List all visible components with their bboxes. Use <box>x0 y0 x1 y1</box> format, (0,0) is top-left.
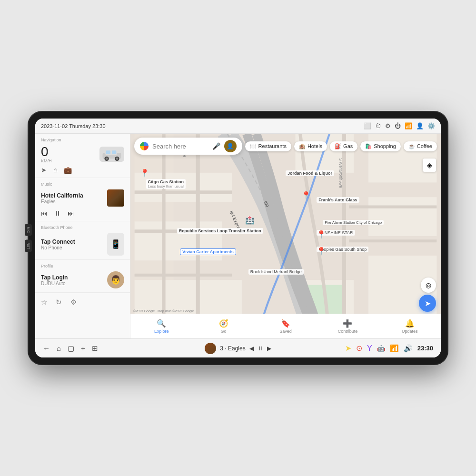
volume-icon[interactable]: 🔊 <box>404 344 413 353</box>
bluetooth-section: Bluetooth Phone Tap Connect No Phone 📱 <box>35 221 130 260</box>
work-nav-btn[interactable]: 💼 <box>64 166 72 174</box>
shopping-icon: 🛍️ <box>365 143 372 149</box>
contribute-label: Contribute <box>338 329 358 334</box>
updates-tab[interactable]: 🔔 Updates <box>379 316 441 337</box>
refresh-btn[interactable]: ↻ <box>56 298 62 307</box>
nav-arrow-icon[interactable]: ➤ <box>345 344 351 353</box>
svg-rect-15 <box>368 197 436 236</box>
window-btn[interactable]: ▢ <box>68 344 74 353</box>
shopping-chip[interactable]: 🛍️ Shopping <box>360 141 401 151</box>
album-art <box>107 189 124 207</box>
nav-section-title: Navigation <box>41 138 124 142</box>
next-track-btn[interactable]: ⏭ <box>68 209 74 217</box>
profile-avatar[interactable]: 👨 <box>107 271 124 288</box>
display-icon[interactable]: ⬜ <box>364 122 371 129</box>
power-icon[interactable]: ⏻ <box>395 122 401 129</box>
next-btn-tb[interactable]: ▶ <box>267 345 271 352</box>
speed-value: 0 <box>41 145 96 159</box>
pause-btn[interactable]: ⏸ <box>54 209 61 217</box>
gas-icon: ⛽ <box>335 143 341 149</box>
search-box[interactable]: Search here 🎤 👤 <box>134 138 242 155</box>
restaurants-icon: 🍽️ <box>250 143 257 149</box>
music-title: Hotel California <box>41 192 103 199</box>
coffee-label: Coffee <box>417 143 432 149</box>
profile-section-title: Profile <box>41 264 124 268</box>
map-copyright: ©2023 Google · Map data ©2023 Google <box>133 309 194 313</box>
favorites-btn[interactable]: ☆ <box>41 298 47 307</box>
svg-rect-3 <box>112 150 116 154</box>
status-bar: 2023-11-02 Thursday 23:30 ⬜ ⏱ ⚙ ⏻ 📶 👤 ⚙️ <box>35 119 441 134</box>
music-section-title: Music <box>41 182 124 187</box>
bt-info: Tap Connect No Phone <box>41 238 103 250</box>
yahoo-icon[interactable]: Y <box>367 344 372 353</box>
shopping-label: Shopping <box>374 143 396 149</box>
hotels-chip[interactable]: 🏨 Hotels <box>294 141 327 151</box>
compass-btn[interactable]: ◎ <box>421 278 436 293</box>
gas-chip[interactable]: ⛽ Gas <box>330 141 357 151</box>
mic-button[interactable]: MIC <box>25 224 32 236</box>
home-nav-btn[interactable]: ⌂ <box>53 166 57 174</box>
music-section: Music Hotel California Eagles ⏮ ⏸ ⏭ <box>35 178 130 221</box>
restaurants-chip[interactable]: 🍽️ Restaurants <box>245 141 291 151</box>
play-btn-tb[interactable]: ⏸ <box>258 345 263 352</box>
taskbar-center: 3 · Eagles ◀ ⏸ ▶ <box>175 343 301 354</box>
home-btn[interactable]: ⌂ <box>57 344 61 352</box>
wifi-icon[interactable]: 📶 <box>405 122 412 129</box>
profile-subtitle: DUDU Auto <box>41 281 103 286</box>
citgo-pin: 📍 <box>140 169 149 178</box>
bt-title: Tap Connect <box>41 238 103 245</box>
bt-subtitle: No Phone <box>41 245 103 250</box>
explore-tab[interactable]: 🔍 Explore <box>130 316 192 337</box>
explore-label: Explore <box>154 329 169 334</box>
pgl-pin: 📍 <box>317 247 326 256</box>
go-label: Go <box>221 329 227 334</box>
wifi-status-icon[interactable]: 📶 <box>390 344 399 353</box>
settings-btn[interactable]: ⚙ <box>70 298 77 307</box>
coffee-chip[interactable]: ☕ Coffee <box>404 141 437 151</box>
music-app-icon[interactable]: ⊙ <box>356 344 362 353</box>
svg-rect-11 <box>135 221 222 260</box>
user-avatar[interactable]: 👤 <box>224 140 237 152</box>
franks-pin: 📍 <box>301 191 311 200</box>
contribute-tab[interactable]: ➕ Contribute <box>317 316 378 337</box>
search-input[interactable]: Search here <box>152 143 208 150</box>
app-grid-btn[interactable]: ⊞ <box>92 344 98 353</box>
settings-circle-icon[interactable]: ⚙ <box>385 122 391 129</box>
add-btn[interactable]: + <box>81 344 85 352</box>
saved-tab[interactable]: 🔖 Saved <box>255 316 317 337</box>
contribute-icon: ➕ <box>343 319 352 328</box>
map-area[interactable]: S Yale Ave S Wentworth Ave I94 Express I… <box>130 134 441 338</box>
profile-widget: Tap Login DUDU Auto 👨 <box>41 271 124 288</box>
search-mic-icon[interactable]: 🎤 <box>212 142 220 150</box>
sidebar: Navigation 0 KM/H <box>35 134 130 338</box>
music-artist: Eagles <box>41 199 103 204</box>
speed-display: 0 KM/H <box>41 145 96 163</box>
music-center: 3 · Eagles ◀ ⏸ ▶ <box>205 343 271 354</box>
google-logo <box>140 142 149 150</box>
profile-name: Tap Login <box>41 274 103 281</box>
gear-icon[interactable]: ⚙️ <box>427 122 435 129</box>
updates-label: Updates <box>402 329 418 334</box>
sidebar-bottom-controls: ☆ ↻ ⚙ <box>35 293 130 311</box>
android-auto-icon[interactable]: 🤖 <box>377 345 385 352</box>
bt-section-title: Bluetooth Phone <box>41 225 124 230</box>
prev-track-btn[interactable]: ⏮ <box>41 209 48 217</box>
taskbar-left: ← ⌂ ▢ + ⊞ <box>43 344 169 353</box>
back-btn[interactable]: ← <box>43 344 50 352</box>
prev-btn-tb[interactable]: ◀ <box>249 345 254 352</box>
saved-icon: 🔖 <box>281 319 290 328</box>
music-avatar-small[interactable] <box>205 343 216 354</box>
rst-button[interactable]: RST <box>25 239 32 252</box>
map-background: S Yale Ave S Wentworth Ave I94 Express I… <box>130 134 441 338</box>
timer-icon[interactable]: ⏱ <box>375 122 381 129</box>
go-tab[interactable]: 🧭 Go <box>192 316 254 337</box>
clock-display: 23:30 <box>417 345 433 352</box>
locate-btn[interactable]: ➤ <box>419 295 436 312</box>
account-icon[interactable]: 👤 <box>416 122 424 129</box>
map-layers-btn[interactable]: ◈ <box>423 159 436 172</box>
taskbar: ← ⌂ ▢ + ⊞ 3 · Eagles ◀ ⏸ ▶ ➤ ⊙ Y 🤖 <box>35 338 441 357</box>
svg-point-7 <box>116 158 119 160</box>
phone-icon: 📱 <box>107 233 124 256</box>
navigate-btn[interactable]: ➤ <box>41 166 47 174</box>
hotels-label: Hotels <box>307 143 322 149</box>
